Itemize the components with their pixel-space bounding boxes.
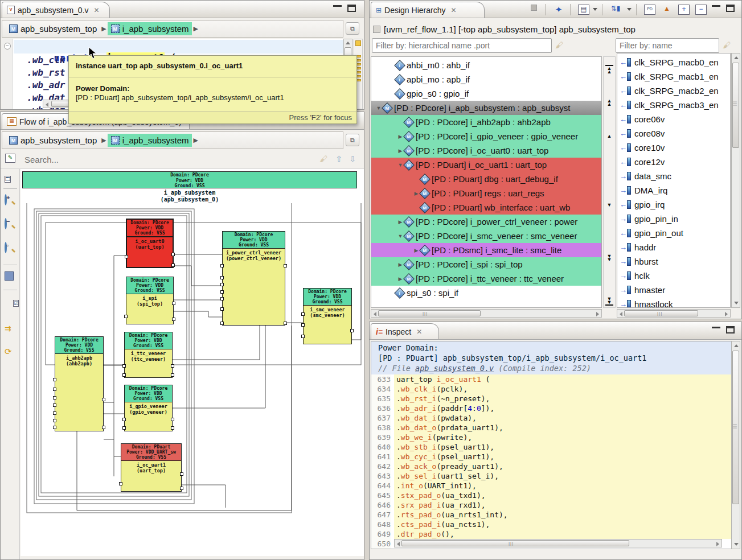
breadcrumb-separator-icon[interactable]: ▶ bbox=[193, 25, 198, 32]
signal-item[interactable]: ←core12v bbox=[620, 155, 730, 169]
signal-item[interactable]: ←clk_SRPG_macb2_en bbox=[620, 84, 730, 98]
breadcrumb-separator-icon[interactable]: ▶ bbox=[101, 137, 106, 144]
pd-chip-icon[interactable]: PD bbox=[644, 5, 655, 15]
link-with-hierarchy-button[interactable]: ⧉ bbox=[346, 22, 359, 35]
breadcrumb-item[interactable]: Mapb_subsystem_top bbox=[6, 22, 100, 35]
breadcrumb-separator-icon[interactable]: ▶ bbox=[193, 137, 198, 144]
nav-marker-up2[interactable]: ▲▲ bbox=[605, 99, 613, 106]
expand-icon[interactable]: ▶ bbox=[413, 191, 419, 196]
minimize-button[interactable] bbox=[712, 327, 720, 334]
flow-block-i_smc_veneer[interactable]: Domain: PDcorePower: VDDGround: VSSi_smc… bbox=[303, 288, 352, 344]
signal-item[interactable]: →hburst bbox=[620, 254, 730, 269]
signal-item[interactable]: →DMA_irq bbox=[620, 183, 730, 197]
flow-block-i_power_ctrl_veneer[interactable]: Domain: PDcorePower: VDDGround: VSSi_pow… bbox=[222, 231, 285, 326]
signal-item[interactable]: →haddr bbox=[620, 240, 730, 254]
flow-block-i_gpio_veneer[interactable]: Domain: PDcorePower: VDDGround: VSSi_gpi… bbox=[124, 385, 173, 431]
flow-block-i_oc_uart0[interactable]: Domain: PDcorePower: VDDGround: VSSi_oc_… bbox=[126, 219, 174, 268]
tree-row[interactable]: ▶M[PD : PDcore] i_spi : spi_top bbox=[371, 257, 601, 271]
zoom-fit-icon[interactable]: ▫ bbox=[5, 243, 16, 254]
tree-row[interactable]: M[PD : PDuart] wb_interface : uart_wb bbox=[371, 200, 601, 215]
tree-row[interactable]: iahbi_m0 : ahb_if bbox=[371, 58, 601, 72]
search-down-icon[interactable]: ⇩ bbox=[349, 154, 356, 163]
signal-item[interactable]: →data_smc bbox=[620, 169, 730, 183]
tree-hscrollbar[interactable]: ||| bbox=[371, 309, 602, 318]
tree-row[interactable]: M[PD : PDuart] dbg : uart_debug_if bbox=[371, 172, 601, 186]
list-view-icon[interactable]: ▤ bbox=[578, 5, 589, 15]
breadcrumb-separator-icon[interactable]: ▶ bbox=[101, 25, 106, 32]
nav-marker-down1[interactable]: ▼ bbox=[605, 203, 613, 207]
tree-row[interactable]: ▶M[PD : PDcore] i_power_ctrl_veneer : po… bbox=[371, 215, 601, 229]
signal-item[interactable]: →hclk bbox=[620, 269, 730, 283]
tree-row[interactable]: ▶M[PD : PDcore] i_oc_uart0 : uart_top bbox=[371, 143, 601, 158]
tree-row[interactable]: igpio_s0 : gpio_if bbox=[371, 87, 601, 101]
tree-row[interactable]: M[PD : PDcore] i_ahb2apb : ahb2apb bbox=[371, 115, 601, 129]
signal-list[interactable]: ←clk_SRPG_macb0_en←clk_SRPG_macb1_en←clk… bbox=[617, 53, 731, 308]
signal-item[interactable]: ←clk_SRPG_macb1_en bbox=[620, 69, 730, 84]
info-blocks-icon[interactable]: 🗔 bbox=[5, 176, 11, 183]
close-icon[interactable]: ✕ bbox=[416, 328, 422, 336]
collapse-icon[interactable]: ▼ bbox=[397, 162, 403, 168]
save-icon[interactable] bbox=[5, 271, 14, 281]
diff-marker-strip[interactable]: ▲▲▲▲▲▼▼▼▼▼ bbox=[603, 56, 616, 308]
clear-name-filter-icon[interactable]: 🖌 bbox=[723, 40, 732, 51]
breadcrumb-item[interactable]: Mapb_subsystem_top bbox=[6, 134, 100, 147]
minimize-button[interactable] bbox=[712, 5, 720, 13]
file-link[interactable]: apb_subsystem_0.v bbox=[415, 364, 494, 373]
sort-filter-icon[interactable]: ⇅▮ bbox=[610, 5, 621, 15]
search-input[interactable] bbox=[21, 152, 306, 167]
signal-vscrollbar[interactable]: ||| bbox=[731, 53, 740, 308]
tree-row[interactable]: ▼M[PD : PDcore] i_apb_subsystem : apb_su… bbox=[371, 101, 601, 115]
prism-icon[interactable]: ▲ bbox=[661, 5, 673, 15]
maximize-button[interactable] bbox=[726, 5, 735, 12]
tree-row[interactable]: ▶M[PD : PDuart] regs : uart_regs bbox=[371, 186, 601, 200]
inspect-hscrollbar[interactable]: ||| bbox=[394, 539, 722, 547]
pin-window-icon[interactable]: ✎ bbox=[5, 154, 15, 163]
power-intent-icon[interactable]: ✦ bbox=[553, 5, 564, 15]
signal-item[interactable]: ←clk_SRPG_macb3_en bbox=[620, 98, 730, 112]
maximize-button[interactable] bbox=[726, 326, 735, 333]
expand-icon[interactable]: ▶ bbox=[397, 219, 403, 225]
signal-item[interactable]: ←core10v bbox=[620, 141, 730, 155]
options-icon[interactable]: ☑ bbox=[13, 300, 19, 307]
close-icon[interactable]: ✕ bbox=[450, 6, 456, 14]
expand-icon[interactable]: ▶ bbox=[397, 276, 403, 282]
expand-icon[interactable]: ▶ bbox=[413, 248, 419, 253]
flow-block-i_ttc_veneer[interactable]: Domain: PDcorePower: VDDGround: VSSi_ttc… bbox=[124, 332, 173, 378]
signal-item[interactable]: ←clk_SRPG_macb0_en bbox=[620, 55, 730, 69]
expand-icon[interactable]: ▶ bbox=[397, 262, 403, 267]
collapse-all-icon[interactable]: − bbox=[695, 5, 707, 15]
zoom-out-icon[interactable]: − bbox=[5, 219, 16, 230]
maximize-button[interactable] bbox=[347, 5, 356, 12]
tree-row[interactable]: ▶M[PD : PDsmc] i_smc_lite : smc_lite bbox=[371, 243, 601, 257]
signal-item[interactable]: →gpio_pin_in bbox=[620, 212, 730, 226]
flow-block-i_spi[interactable]: Domain: PDcorePower: VDDGround: VSSi_spi… bbox=[126, 277, 174, 324]
breadcrumb-item[interactable]: Mi_apb_subsystem bbox=[108, 22, 192, 35]
collapse-icon[interactable]: ▼ bbox=[376, 105, 382, 111]
search-up-icon[interactable]: ⇧ bbox=[335, 154, 342, 163]
hierarchy-tab[interactable]: ⊞ Design Hierarchy ✕ bbox=[371, 2, 485, 18]
zoom-in-icon[interactable]: + bbox=[5, 195, 16, 207]
flow-block-i_ahb2apb[interactable]: Domain: PDcorePower: VDDGround: VSSi_ahb… bbox=[55, 336, 104, 431]
tree-row[interactable]: ▶M[PD : PDcore] i_gpio_veneer : gpio_ven… bbox=[371, 129, 601, 143]
clear-search-icon[interactable]: 🖌 bbox=[319, 154, 329, 164]
nav-marker-last[interactable]: ▼▼ bbox=[605, 297, 613, 306]
signal-item[interactable]: ←gpio_pin_out bbox=[620, 226, 730, 240]
nav-marker-first[interactable]: ▲▲ bbox=[605, 65, 613, 73]
name-filter-input[interactable] bbox=[616, 38, 719, 53]
refresh-icon[interactable]: ⟳ bbox=[5, 347, 16, 358]
signal-item[interactable]: ←core06v bbox=[620, 112, 730, 126]
clear-filter-icon[interactable]: 🖌 bbox=[555, 40, 564, 51]
inspect-tab[interactable]: i≡ Inspect ✕ bbox=[371, 323, 439, 339]
collapse-icon[interactable]: ▼ bbox=[397, 233, 403, 239]
signal-hscrollbar[interactable]: ||| bbox=[617, 309, 731, 318]
stop-icon[interactable] bbox=[528, 5, 539, 15]
tree-row[interactable]: ispi_s0 : spi_if bbox=[371, 286, 601, 300]
flow-link-button[interactable]: ⧉ bbox=[346, 134, 359, 146]
flow-canvas[interactable]: Domain: PDcorePower: VDDGround: VSS i_ap… bbox=[21, 169, 364, 556]
expand-icon[interactable]: ▶ bbox=[397, 148, 403, 154]
breadcrumb-item[interactable]: Mi_apb_subsystem bbox=[108, 134, 192, 147]
tree-row[interactable]: ▼M[PD : PDuart] i_oc_uart1 : uart_top bbox=[371, 158, 601, 172]
inspect-vscrollbar[interactable]: ||| bbox=[731, 341, 740, 549]
tree-row[interactable]: iapbi_mo : apb_if bbox=[371, 72, 601, 87]
signal-item[interactable]: →hmastlock bbox=[620, 297, 730, 308]
